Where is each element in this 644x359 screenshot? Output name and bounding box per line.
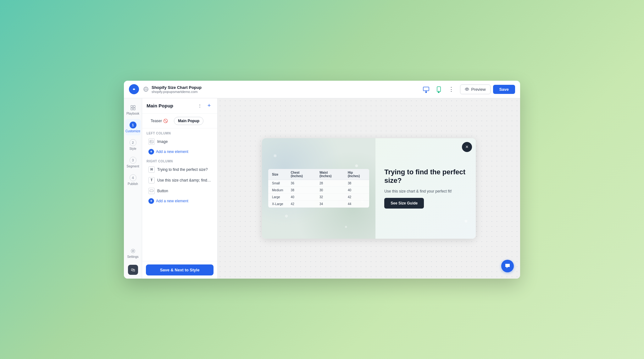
table-cell: Large — [268, 194, 287, 201]
save-next-button[interactable]: Save & Next to Style — [146, 264, 214, 275]
svg-point-14 — [132, 250, 134, 252]
panel-title: Main Popup — [147, 103, 173, 108]
heading-element-row[interactable]: H Trying to find the perfect size? — [144, 164, 215, 175]
sidebar-item-segment[interactable]: 3 Segment — [125, 154, 141, 171]
table-cell: 40 — [287, 194, 316, 201]
style-label: Style — [129, 147, 136, 150]
table-header: Hip (Inches) — [344, 169, 369, 180]
app-logo — [129, 84, 139, 94]
text-element-row[interactable]: T Use this size chart &amp; find your pe… — [144, 175, 215, 186]
svg-rect-15 — [150, 140, 153, 143]
popup-preview: × ❄ ❅ ❄ ❆ ❄ SizeChest (Inches)Waist (Inc… — [262, 138, 476, 239]
right-add-element[interactable]: + Add a new element — [144, 196, 215, 206]
table-cell: 36 — [287, 180, 316, 187]
table-cell: X-Large — [268, 201, 287, 208]
table-header: Waist (Inches) — [316, 169, 344, 180]
sidebar-nav: Playbook 1 Customize 2 Style 3 Segment 4… — [124, 98, 142, 279]
table-cell: 42 — [287, 201, 316, 208]
customize-step: 1 — [130, 122, 136, 128]
table-cell: 28 — [316, 180, 344, 187]
save-button[interactable]: Save — [493, 85, 515, 94]
svg-rect-4 — [423, 87, 429, 91]
table-row: Small362838 — [268, 180, 369, 187]
popup-cta-button[interactable]: See Size Guide — [384, 198, 424, 209]
table-cell: 34 — [316, 201, 344, 208]
table-cell: 40 — [344, 187, 369, 194]
left-column-label: LEFT COLUMN — [142, 128, 217, 136]
table-cell: 32 — [316, 194, 344, 201]
sidebar-item-style[interactable]: 2 Style — [125, 137, 141, 153]
panel-options-btn[interactable]: ⋮ — [196, 102, 203, 110]
sidebar-item-publish[interactable]: 4 Publish — [125, 172, 141, 188]
heading-icon: H — [148, 166, 155, 173]
popup-subtext: Use this size chart & find your perfect … — [384, 188, 467, 194]
panel-add-btn[interactable]: + — [205, 102, 213, 110]
playbook-icon — [130, 105, 136, 111]
table-header: Chest (Inches) — [287, 169, 316, 180]
desktop-device-btn[interactable] — [421, 84, 431, 94]
svg-point-16 — [150, 141, 151, 141]
panel-header-actions: ⋮ + — [196, 102, 213, 110]
button-element-label: Button — [157, 189, 211, 193]
preview-area: × ❄ ❅ ❄ ❆ ❄ SizeChest (Inches)Waist (Inc… — [218, 98, 520, 279]
more-options-btn[interactable]: ⋮ — [446, 84, 456, 94]
left-add-label: Add a new element — [156, 150, 188, 154]
mobile-device-btn[interactable] — [434, 84, 444, 94]
customize-label: Customize — [125, 129, 140, 133]
svg-rect-11 — [133, 106, 135, 107]
preview-label: Preview — [471, 87, 486, 92]
publish-label: Publish — [128, 182, 138, 186]
content-panel: Main Popup ⋮ + Teaser 🚫 Main Popup LEFT … — [142, 98, 218, 279]
right-column-label: RIGHT COLUMN — [142, 156, 217, 164]
chat-button[interactable] — [501, 260, 514, 272]
eye-off-icon: 🚫 — [163, 119, 168, 123]
sidebar-item-playbook[interactable]: Playbook — [125, 102, 141, 118]
panel-tabs: Teaser 🚫 Main Popup — [142, 114, 217, 128]
right-add-label: Add a new element — [156, 199, 188, 203]
tab-main-popup[interactable]: Main Popup — [174, 117, 203, 125]
header-center: ⋮ — [421, 84, 456, 94]
svg-rect-10 — [131, 106, 133, 107]
site-url: shopify.popupsmartdemo.com — [152, 90, 202, 94]
text-element-label: Use this size chart &amp; find your perf… — [157, 178, 211, 182]
site-details: Shopify Size Chart Popup shopify.popupsm… — [152, 85, 202, 94]
svg-rect-13 — [133, 108, 135, 110]
button-icon — [148, 188, 155, 194]
table-row: Medium383040 — [268, 187, 369, 194]
image-element-label: Image — [157, 139, 211, 144]
tab-teaser[interactable]: Teaser 🚫 — [147, 117, 172, 125]
table-cell: Small — [268, 180, 287, 187]
left-add-element[interactable]: + Add a new element — [144, 147, 215, 156]
table-cell: 38 — [344, 180, 369, 187]
popup-close-btn[interactable]: × — [462, 142, 472, 152]
text-icon: T — [148, 177, 155, 183]
table-cell: 42 — [344, 194, 369, 201]
app-window: Shopify Size Chart Popup shopify.popupsm… — [124, 81, 520, 279]
site-info: Shopify Size Chart Popup shopify.popupsm… — [143, 85, 417, 94]
table-row: Large403242 — [268, 194, 369, 201]
sidebar-item-settings[interactable]: Settings — [125, 245, 141, 261]
publish-step: 4 — [130, 174, 136, 181]
header-right: Preview Save — [460, 84, 515, 94]
popup-left-column: ❄ ❅ ❄ ❆ ❄ SizeChest (Inches)Waist (Inche… — [262, 138, 375, 239]
image-icon — [148, 139, 155, 145]
table-header: Size — [268, 169, 287, 180]
preview-button[interactable]: Preview — [460, 84, 490, 94]
size-chart-table: SizeChest (Inches)Waist (Inches)Hip (Inc… — [268, 169, 369, 208]
heading-element-label: Trying to find the perfect size? — [157, 167, 211, 172]
button-element-row[interactable]: Button — [144, 186, 215, 196]
main-content: Playbook 1 Customize 2 Style 3 Segment 4… — [124, 98, 520, 279]
svg-point-9 — [466, 89, 468, 90]
table-row: X-Large423444 — [268, 201, 369, 208]
svg-rect-12 — [131, 108, 133, 110]
style-step: 2 — [130, 139, 136, 146]
panel-header: Main Popup ⋮ + — [142, 98, 217, 114]
popup-heading: Trying to find the perfect size? — [384, 168, 467, 185]
segment-step: 3 — [130, 157, 136, 164]
bag-icon-btn[interactable]: 🛍 — [128, 265, 138, 275]
sidebar-item-customize[interactable]: 1 Customize — [125, 119, 141, 135]
settings-icon — [130, 248, 136, 254]
panel-footer: Save & Next to Style — [142, 261, 217, 279]
table-cell: 38 — [287, 187, 316, 194]
image-element-row[interactable]: Image — [144, 136, 215, 147]
